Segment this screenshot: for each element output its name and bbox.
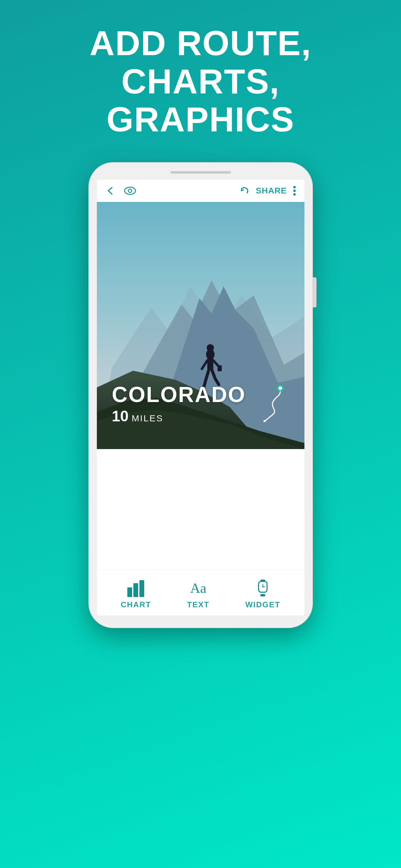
svg-point-13	[207, 344, 214, 351]
headline-line1: ADD ROUTE, CHARTS,	[90, 24, 312, 101]
undo-button[interactable]	[239, 186, 250, 196]
svg-rect-19	[127, 587, 132, 597]
phone-mockup: SHARE	[89, 163, 312, 627]
text-toolbar-item[interactable]: Aa TEXT	[187, 579, 209, 610]
text-icon: Aa	[188, 579, 208, 597]
preview-button[interactable]	[124, 187, 136, 195]
back-button[interactable]	[105, 186, 116, 196]
widget-label: WIDGET	[245, 600, 280, 610]
svg-rect-21	[139, 580, 144, 597]
widget-icon	[253, 579, 273, 597]
top-bar-right: SHARE	[239, 186, 296, 196]
svg-rect-25	[260, 594, 265, 596]
svg-rect-24	[260, 580, 265, 582]
top-bar: SHARE	[97, 180, 305, 202]
svg-point-1	[128, 189, 132, 192]
widget-toolbar-item[interactable]: WIDGET	[245, 579, 280, 610]
photo-distance: 10 MILES	[112, 407, 164, 425]
svg-rect-20	[133, 583, 138, 597]
distance-unit: MILES	[132, 413, 163, 424]
text-label: TEXT	[187, 600, 209, 610]
svg-rect-15	[218, 365, 222, 371]
route-map-mini	[253, 383, 289, 422]
more-options-button[interactable]	[293, 186, 296, 196]
svg-point-3	[293, 190, 296, 192]
chart-toolbar-item[interactable]: CHART	[121, 579, 151, 610]
photo-title: COLORADO	[112, 382, 246, 407]
phone-speaker	[170, 171, 231, 174]
svg-point-0	[124, 187, 136, 194]
phone-screen: SHARE	[97, 180, 305, 615]
top-bar-left	[105, 186, 233, 196]
photo-area: COLORADO 10 MILES	[97, 202, 305, 449]
svg-point-2	[293, 186, 296, 188]
white-spacer	[97, 449, 305, 569]
headline-text: ADD ROUTE, CHARTS, GRAPHICS	[0, 24, 401, 138]
svg-text:Aa: Aa	[190, 581, 206, 596]
chart-label: CHART	[121, 600, 151, 610]
chart-icon	[125, 579, 146, 597]
svg-point-17	[279, 386, 282, 390]
bottom-toolbar: CHART Aa TEXT	[97, 569, 305, 615]
svg-point-4	[293, 193, 296, 195]
share-button[interactable]: SHARE	[256, 186, 287, 195]
svg-point-28	[262, 586, 263, 587]
phone-shell: SHARE	[89, 163, 312, 627]
distance-number: 10	[112, 407, 129, 425]
headline-line2: GRAPHICS	[107, 100, 294, 138]
